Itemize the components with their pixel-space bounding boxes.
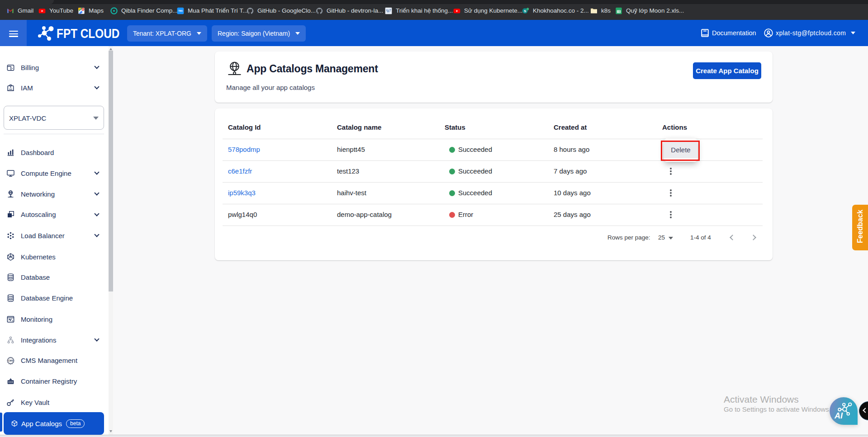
svg-text:AI: AI: [834, 411, 843, 420]
svg-text:TIKI: TIKI: [178, 9, 183, 12]
svg-text:CMS: CMS: [8, 359, 14, 362]
svg-text:S: S: [524, 9, 526, 13]
